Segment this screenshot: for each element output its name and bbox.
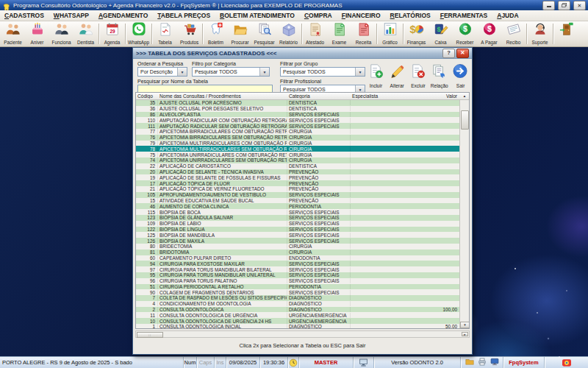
table-row[interactable]: 109BIÓPSIA DE LÁBIOSERVIÇOS ESPECIAIS (136, 221, 459, 227)
table-row[interactable]: 105APROFUNDAMENTO/AUMENTO DE VESTIBULOSE… (136, 192, 459, 198)
dialog-help-button[interactable]: ? (442, 49, 455, 58)
toolbar-button-caixa[interactable]: $Caixa (429, 21, 453, 46)
toolbar-button-dentista[interactable]: Dentista (74, 21, 98, 46)
toolbar-button-funciona[interactable]: Funciona (49, 21, 74, 46)
toolbar-button-agenda[interactable]: 29Agenda (100, 21, 124, 46)
table-row[interactable]: 4CONDICIONAMENTO EM ODONTOLOGIADIAGNÓSTI… (136, 301, 459, 307)
table-row[interactable]: 15ATIVIDADE EDUCATIVA EM SAÚDE BUCALPREV… (136, 198, 459, 204)
excluir-button[interactable]: Excluir (409, 63, 428, 88)
table-row[interactable]: 17APLICAÇÃO TÓPICA DE FLÚORPREVENÇÃO (136, 180, 459, 186)
table-row[interactable]: 96CIRURGIA PARA TORUS PALATINOSERVIÇOS E… (136, 278, 459, 284)
menu-relat-rios[interactable]: RELATÓRIOS (390, 12, 431, 19)
menu-tabela-pre-os[interactable]: TABELA PREÇOS (157, 12, 210, 19)
toolbar-button-suporte[interactable]: Suporte (528, 21, 552, 46)
toolbar-button-recibo[interactable]: Recibo (501, 21, 526, 46)
menu-agendamento[interactable]: AGENDAMENTO (98, 12, 148, 19)
toolbar-button-procurar[interactable]: Procurar (228, 21, 252, 46)
column-header-valor[interactable]: Valor (429, 93, 459, 99)
menu-ferramentas[interactable]: FERRAMENTAS (440, 12, 488, 19)
vertical-scrollbar[interactable]: ▼ (459, 100, 469, 328)
table-row[interactable]: 74APICETOMIA UNIRRADICULARES SEM OBTURAÇ… (136, 158, 459, 163)
table-row[interactable]: 90COLAGEM DE FRAGMENTOS DENTÁRIOSSERVIÇO… (136, 289, 459, 295)
group-filter-select[interactable]: Pesquisar TODOS ▼ (280, 67, 365, 77)
table-row[interactable]: 77APICETOMIA BIRRADICULARES COM OBTURAÇÃ… (136, 129, 459, 135)
toolbar-button-receita[interactable]: Receita (351, 21, 376, 46)
table-row[interactable]: 95CIRURGIA PARA TORUS MANDIBULAR UNILATE… (136, 272, 459, 278)
table-row[interactable]: 20APLICAÇÃO DE SELANTE - TÉCNICA INVASIV… (136, 169, 459, 175)
table-row[interactable]: 97CIRURGIA PARA TORUS MANDIBULAR BILATER… (136, 266, 459, 272)
chevron-down-icon[interactable]: ▼ (355, 68, 365, 76)
order-search-select[interactable]: Por Descrição ▼ (137, 67, 187, 77)
table-row[interactable]: 36AJUSTE OCLUSAL POR DESGASTE SELETIVODE… (136, 106, 459, 112)
menu-cadastros[interactable]: CADASTROS (4, 12, 44, 19)
table-row[interactable]: 94CIRURGIA PARA EXOSTOSE MAXILARSERVIÇOS… (136, 261, 459, 266)
toolbar-button-produtos[interactable]: Produtos (177, 21, 201, 46)
table-row[interactable]: 123BIÓPSIA DE GLÂNDULA SALIVARSERVIÇOS E… (136, 215, 459, 221)
folder-icon[interactable] (465, 358, 474, 367)
menu-compra[interactable]: COMPRA (304, 12, 332, 19)
chevron-down-icon[interactable]: ▼ (259, 68, 269, 76)
menu-ajuda[interactable]: AJUDA (497, 12, 518, 19)
table-row[interactable]: 21APLICAÇÃO TÓPICA DE VERNIZ FLUORETADOP… (136, 186, 459, 192)
table-row[interactable]: 110AMPUTAÇÃO RADICULAR COM OBTURAÇÃO RET… (136, 117, 459, 123)
table-row[interactable]: 19APLICAÇÃO DE SELANTE DE FÓSSULAS E FIS… (136, 174, 459, 180)
dialog-close-button[interactable]: ✕ (456, 49, 469, 58)
sair-button[interactable]: Sair (451, 63, 470, 88)
toolbar-button-receber[interactable]: $Receber (453, 21, 477, 46)
menu-boletim-atendimento[interactable]: BOLETIM ATENDIMENTO (220, 12, 295, 19)
table-row[interactable]: 76APICETOMIA BIRRADICULARES SEM OBTURAÇÃ… (136, 135, 459, 141)
table-row[interactable]: 122BIÓPSIA DE LÍNGUASERVIÇOS ESPECIAIS (136, 227, 459, 233)
rela-o-button[interactable]: Relação (430, 63, 448, 88)
toolbar-button-relat-rio[interactable]: Relatório (276, 21, 301, 46)
table-row[interactable]: 75APICETOMIA UNIRRADICULARES COM OBTURAÇ… (136, 152, 459, 158)
toolbar-button-pesquisar[interactable]: Pesquisar (252, 21, 276, 46)
scroll-right-icon[interactable]: ► (462, 332, 468, 336)
restore-button[interactable] (558, 1, 570, 10)
toolbar-button-aniver[interactable]: Aniver (25, 21, 49, 46)
table-row[interactable]: 10CONSULTA ODONTOLÓGICA DE URGÊNCIA 24 H… (136, 318, 459, 324)
table-row[interactable]: 35AJUSTE OCLUSAL POR ACRÉSCIMODENTISTICA (136, 100, 459, 106)
menu-whatsapp[interactable]: WHATSAPP (54, 12, 89, 19)
scroll-down-icon[interactable]: ▼ (460, 322, 469, 328)
table-row[interactable]: 125BIÓPSIA DE MANDÍBULASERVIÇOS ESPECIAI… (136, 232, 459, 238)
horizontal-scrollbar[interactable]: ⁞⁞ ► (135, 330, 470, 338)
column-header-nome[interactable]: Nome das Consultas / Procedimentos (158, 93, 287, 99)
close-button[interactable]: ✕ (573, 1, 586, 10)
table-row[interactable]: 79APICETOMIA MULTIRRADICULARES COM OBTUR… (136, 141, 459, 146)
scrollbar-thumb[interactable] (461, 110, 469, 130)
table-row[interactable]: 81BRIDOTOMIACIRURGIA (136, 250, 459, 255)
table-row[interactable]: 80BRIDECTOMIACIRURGIA (136, 244, 459, 250)
toolbar-button-whatsapp[interactable]: WhatsApp (126, 21, 151, 46)
chevron-down-icon[interactable]: ▼ (177, 68, 187, 76)
column-header-especialista[interactable]: Especialista (351, 93, 429, 99)
alterar-button[interactable]: Alterar (388, 63, 406, 88)
category-filter-select[interactable]: Pesquisar TODOS ▼ (192, 67, 270, 77)
horizontal-scrollbar-thumb[interactable]: ⁞⁞ (137, 332, 163, 338)
toolbar-button-a-pagar[interactable]: $A Pagar (477, 21, 501, 46)
table-row[interactable]: 2CONSULTA ODONTOLÓGICADIAGNÓSTICO100,00 (136, 307, 459, 313)
table-row[interactable]: 51CIRURGIA PERIODONTAL A RETALHOPERIODON… (136, 284, 459, 290)
printer-icon[interactable] (478, 358, 487, 367)
toolbar-button-paciente[interactable]: Paciente (1, 21, 25, 46)
table-row[interactable]: 115BIÓPSIA DE BOCASERVIÇOS ESPECIAIS (136, 209, 459, 215)
menu-financeiro[interactable]: FINANCEIRO (342, 12, 381, 19)
toolbar-button-gr-fico[interactable]: Gráfico (378, 21, 402, 46)
table-row[interactable]: 7COLETA DE RASPADO EM LESÕES OU SÍTIOS E… (136, 295, 459, 301)
toolbar-button-exame[interactable]: Exame (327, 21, 351, 46)
monitor-icon[interactable] (490, 358, 499, 367)
toolbar-button-boletim[interactable]: Boletim (204, 21, 228, 46)
table-row[interactable]: 11CONSULTA ODONTOLÓGICA DE URGÊNCIAURGÊN… (136, 312, 459, 318)
column-header-categoria[interactable]: Categoria (287, 93, 351, 99)
toolbar-button-finan-as[interactable]: $Finanças (404, 21, 429, 46)
table-row[interactable]: 86ALVEOLOPLASTIASERVIÇOS ESPECIAIS (136, 112, 459, 118)
table-row[interactable]: 46AUMENTO DE COROA CLINICAPERIODONTIA (136, 203, 459, 209)
table-row[interactable]: 22APLICAÇÃO DE CARIOSTÁTICODENTISTICA (136, 163, 459, 169)
minimize-button[interactable] (542, 1, 555, 10)
table-row[interactable]: 111AMPUTAÇÃO RADICULAR SEM OBTURAÇÃO RET… (136, 123, 459, 129)
column-header-codigo[interactable]: Código (136, 93, 158, 99)
incluir-button[interactable]: Incluir (367, 63, 385, 88)
table-row[interactable]: 60CAPEAMENTO PULPAR DIRETOENDODONTIA (136, 255, 459, 261)
toolbar-button-sair[interactable] (554, 21, 578, 46)
toolbar-button-tabela[interactable]: Tabela (153, 21, 177, 46)
table-row[interactable]: 1CONSULTA ODONTOLÓGICA INICIALDIAGNÓSTIC… (136, 324, 459, 328)
